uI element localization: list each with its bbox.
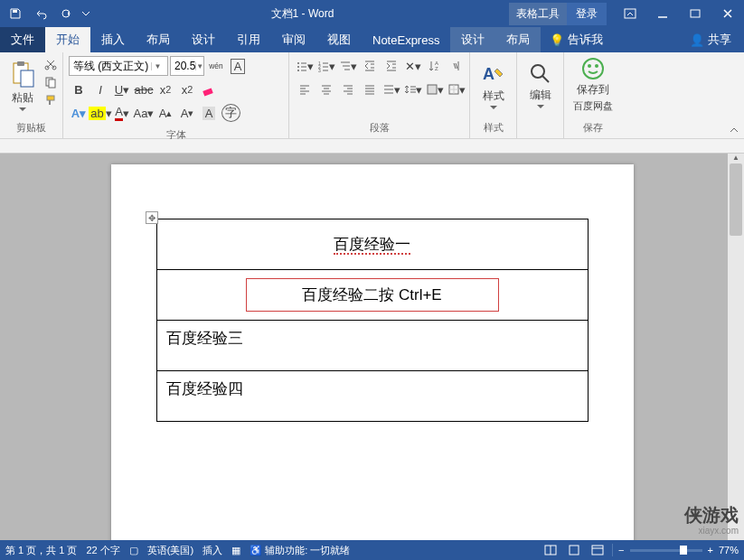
font-size-select[interactable]: 20.5▼ — [170, 56, 204, 76]
collapse-ribbon-button[interactable] — [728, 124, 740, 136]
print-layout-button[interactable] — [565, 543, 583, 557]
ribbon-display-options[interactable] — [614, 0, 646, 27]
align-center-button[interactable] — [316, 79, 336, 99]
borders-button[interactable]: ▾ — [447, 79, 466, 99]
styles-button[interactable]: A 样式 — [474, 54, 513, 116]
watermark: 侠游戏 xiayx.com — [684, 504, 739, 537]
multilevel-list-button[interactable]: ▾ — [338, 56, 358, 76]
maximize-button[interactable] — [679, 0, 711, 27]
save-button[interactable] — [4, 3, 27, 24]
vertical-scrollbar[interactable]: ▲ — [728, 154, 744, 540]
tab-file[interactable]: 文件 — [0, 27, 45, 52]
svg-rect-0 — [13, 10, 17, 13]
copy-button[interactable] — [42, 74, 59, 90]
svg-rect-3 — [691, 10, 700, 17]
enclose-char-button[interactable]: 字 — [221, 103, 240, 123]
character-shading-button[interactable]: A — [199, 103, 219, 123]
document-table[interactable]: 百度经验一 百度经验二按 Ctrl+E 百度经验三 百度经验四 — [156, 219, 589, 422]
numbering-button[interactable]: 123▾ — [316, 56, 336, 76]
decrease-indent-button[interactable] — [360, 56, 380, 76]
spell-check-icon[interactable]: ▢ — [129, 545, 138, 556]
tab-design[interactable]: 设计 — [181, 27, 226, 52]
line-spacing-button[interactable]: ▾ — [403, 79, 423, 99]
highlight-button[interactable]: ab▾ — [90, 103, 110, 123]
status-insert-mode[interactable]: 插入 — [202, 544, 222, 557]
grow-font-icon[interactable]: A▴ — [155, 103, 175, 123]
text-effects-button[interactable]: A▾ — [69, 103, 89, 123]
font-name-select[interactable]: 等线 (西文正文)▼ — [69, 56, 168, 76]
table-move-handle[interactable]: ✥ — [146, 211, 158, 224]
shading-button[interactable]: ▾ — [425, 79, 445, 99]
cut-button[interactable] — [42, 56, 59, 72]
bullets-button[interactable]: ▾ — [295, 56, 315, 76]
scroll-thumb[interactable] — [730, 163, 742, 236]
sort-button[interactable]: AZ — [425, 56, 445, 76]
svg-rect-5 — [17, 61, 24, 66]
shrink-font-icon[interactable]: A▾ — [177, 103, 197, 123]
redo-button[interactable] — [54, 3, 78, 24]
tab-review[interactable]: 审阅 — [271, 27, 316, 52]
character-border-button[interactable]: A — [228, 56, 248, 76]
subscript-button[interactable]: x2 — [155, 79, 175, 99]
status-language[interactable]: 英语(美国) — [147, 544, 193, 557]
baidu-group-label: 保存 — [568, 119, 618, 136]
zoom-level[interactable]: 77% — [719, 545, 739, 555]
align-left-button[interactable] — [295, 79, 315, 99]
svg-rect-30 — [592, 546, 603, 555]
share-icon: 👤 — [690, 33, 704, 47]
tab-references[interactable]: 引用 — [226, 27, 271, 52]
strikethrough-button[interactable]: abc — [134, 79, 154, 99]
macro-icon[interactable]: ▦ — [231, 545, 240, 556]
read-mode-button[interactable] — [542, 543, 560, 557]
distribute-button[interactable]: ▾ — [381, 79, 401, 99]
share-button[interactable]: 👤 共享 — [677, 27, 744, 52]
paragraph-group-label: 段落 — [293, 119, 466, 136]
tab-table-layout[interactable]: 布局 — [495, 27, 541, 52]
svg-text:3: 3 — [318, 68, 321, 72]
font-color-button[interactable]: A▾ — [112, 103, 132, 123]
minimize-button[interactable] — [646, 0, 679, 27]
justify-button[interactable] — [360, 79, 380, 99]
superscript-button[interactable]: x2 — [177, 79, 197, 99]
svg-rect-11 — [47, 96, 54, 100]
status-accessibility[interactable]: ♿ 辅助功能: 一切就绪 — [250, 544, 350, 557]
tab-table-design[interactable]: 设计 — [450, 27, 495, 52]
show-marks-button[interactable] — [447, 56, 466, 76]
svg-point-13 — [297, 62, 299, 64]
tab-noteexpress[interactable]: NoteExpress — [362, 27, 450, 52]
editing-button[interactable]: 编辑 — [521, 54, 560, 116]
close-button[interactable] — [711, 0, 744, 27]
format-painter-button[interactable] — [42, 92, 59, 108]
zoom-slider[interactable] — [630, 549, 702, 552]
web-layout-button[interactable] — [589, 543, 607, 557]
svg-point-24 — [532, 65, 544, 78]
tab-home[interactable]: 开始 — [45, 27, 90, 52]
styles-group-label: 样式 — [474, 119, 513, 136]
login-button[interactable]: 登录 — [567, 3, 607, 25]
bold-button[interactable]: B — [69, 79, 89, 99]
tab-insert[interactable]: 插入 — [90, 27, 136, 52]
selected-text-box[interactable]: 百度经验二按 Ctrl+E — [246, 278, 499, 312]
tab-view[interactable]: 视图 — [316, 27, 362, 52]
change-case-button[interactable]: Aa▾ — [134, 103, 154, 123]
underline-button[interactable]: U▾ — [112, 79, 132, 99]
qat-customize[interactable] — [80, 3, 92, 24]
clear-format-button[interactable] — [199, 79, 219, 99]
paste-button[interactable]: 粘贴 — [4, 54, 41, 116]
baidu-save-button[interactable]: 保存到 百度网盘 — [568, 54, 618, 116]
status-words[interactable]: 22 个字 — [86, 544, 119, 557]
asian-layout-button[interactable]: ✕▾ — [403, 56, 423, 76]
italic-button[interactable]: I — [90, 79, 110, 99]
zoom-in-button[interactable]: + — [708, 545, 713, 555]
tab-layout[interactable]: 布局 — [136, 27, 181, 52]
align-right-button[interactable] — [338, 79, 358, 99]
svg-rect-6 — [21, 70, 33, 87]
tell-me-search[interactable]: 💡 告诉我 — [541, 27, 612, 52]
document-page[interactable]: ✥ 百度经验一 百度经验二按 Ctrl+E 百度经验三 百度经验四 — [111, 164, 634, 540]
zoom-out-button[interactable]: − — [618, 545, 624, 555]
status-page[interactable]: 第 1 页，共 1 页 — [5, 544, 77, 557]
undo-button[interactable] — [29, 3, 52, 24]
increase-indent-button[interactable] — [381, 56, 401, 76]
grow-font-button[interactable]: wén — [206, 56, 226, 76]
ruler[interactable] — [0, 139, 744, 154]
